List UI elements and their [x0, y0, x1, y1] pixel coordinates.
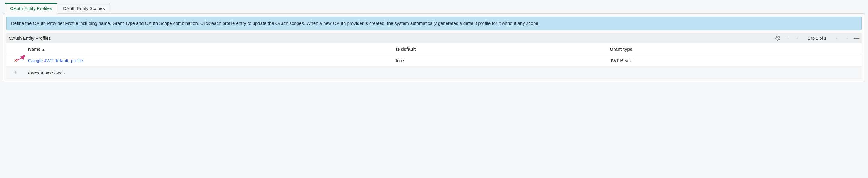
- list-title: OAuth Entity Profiles: [9, 35, 51, 41]
- profiles-table: Name▲ Is default Grant type ✕: [6, 43, 862, 79]
- header-grant-type[interactable]: Grant type: [606, 43, 862, 55]
- prev-page-icon: [794, 35, 800, 41]
- table-row[interactable]: ✕ Google JWT default_profile true JWT B: [6, 55, 862, 66]
- tab-oauth-entity-profiles[interactable]: OAuth Entity Profiles: [5, 3, 57, 13]
- first-page-icon: [784, 35, 791, 41]
- header-actions: [6, 43, 25, 55]
- header-name[interactable]: Name▲: [25, 43, 392, 55]
- header-is-default[interactable]: Is default: [392, 43, 606, 55]
- profile-name-link[interactable]: Google JWT default_profile: [28, 58, 83, 63]
- cell-is-default: true: [392, 55, 606, 66]
- table-header-row: Name▲ Is default Grant type: [6, 43, 862, 55]
- collapse-list-icon[interactable]: —: [853, 35, 860, 41]
- list-header: OAuth Entity Profiles 1 to 1 of 1 —: [6, 33, 862, 43]
- pagination-text: 1 to 1 of 1: [803, 36, 831, 41]
- next-page-icon: [834, 35, 840, 41]
- personalize-list-icon[interactable]: [774, 35, 781, 41]
- sort-ascending-icon: ▲: [42, 48, 45, 51]
- last-page-icon: [843, 35, 850, 41]
- tab-oauth-entity-scopes[interactable]: OAuth Entity Scopes: [58, 3, 110, 13]
- list-tools: 1 to 1 of 1 —: [774, 35, 860, 41]
- tab-panel: Define the OAuth Provider Profile includ…: [3, 13, 865, 82]
- delete-row-icon[interactable]: ✕: [13, 58, 18, 63]
- insert-row-text: Insert a new row...: [28, 70, 65, 75]
- insert-row[interactable]: ＋ Insert a new row...: [6, 66, 862, 78]
- cell-grant-type: JWT Bearer: [606, 55, 862, 66]
- info-banner: Define the OAuth Provider Profile includ…: [6, 17, 862, 30]
- svg-point-0: [777, 38, 778, 39]
- add-row-icon[interactable]: ＋: [13, 69, 18, 75]
- tab-bar: OAuth Entity Profiles OAuth Entity Scope…: [5, 3, 865, 13]
